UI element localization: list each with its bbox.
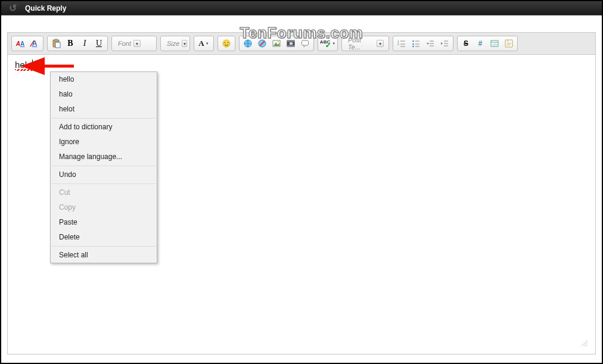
php-button[interactable] [502,38,515,49]
svg-point-3 [223,40,230,47]
italic-button[interactable]: I [78,38,91,49]
undo-item[interactable]: Undo [51,167,157,182]
svg-point-4 [225,42,226,43]
svg-rect-16 [302,41,309,45]
cut-item: Cut [51,185,157,200]
group-editor-mode: AA A⁄ [11,36,43,51]
spellcheck-context-menu: hello halo helot Add to dictionary Ignor… [50,71,157,263]
svg-point-40 [506,41,507,41]
font-dropdown[interactable]: Font ▼ [114,38,154,49]
group-fontcolor: A ▼ [194,36,214,51]
group-lists: 12 [393,36,453,51]
video-button[interactable] [284,38,297,49]
svg-rect-2 [55,42,60,48]
smiley-button[interactable] [220,38,233,49]
group-misc: S # </> [457,36,518,51]
size-dropdown[interactable]: Size ▼ [163,38,188,49]
switch-editor-button[interactable]: AA [14,38,27,49]
ignore-item[interactable]: Ignore [51,135,157,150]
template-dropdown-label: Post Te... [348,36,374,51]
typed-misspelled-word[interactable]: helo [15,60,33,70]
group-spellcheck: ABC ✔ ▼ [318,36,338,51]
svg-rect-15 [290,42,293,45]
bold-button[interactable]: B [64,38,77,49]
text-caret [32,60,33,70]
html-button[interactable]: </> [488,38,501,49]
size-dropdown-label: Size [167,40,179,47]
image-button[interactable] [270,38,283,49]
indent-button[interactable] [438,38,451,49]
template-dropdown[interactable]: Post Te... ▼ [344,38,387,49]
group-links-media [239,36,314,51]
svg-text:</>: </> [492,43,498,46]
group-template-dd: Post Te... ▼ [341,36,389,51]
svg-rect-14 [287,45,294,46]
select-all-item[interactable]: Select all [51,248,157,263]
remove-format-button[interactable]: A⁄ [28,38,41,49]
menu-separator [51,166,156,166]
resize-grip-icon[interactable] [580,338,588,347]
copy-item: Copy [51,200,157,215]
svg-point-24 [412,46,414,48]
group-font-dd: Font ▼ [111,36,157,51]
strikethrough-button[interactable]: S [459,38,473,49]
window-titlebar: ↺ Quick Reply [1,1,602,15]
svg-rect-13 [287,41,294,42]
chevron-down-icon: ▼ [377,40,384,47]
toolbar: AA A⁄ B I U Font ▼ Size ▼ [8,33,595,55]
font-dropdown-label: Font [118,40,131,47]
underline-button[interactable]: U [92,38,105,49]
paste-item[interactable]: Paste [51,215,157,230]
font-color-button[interactable]: A ▼ [196,38,212,49]
chevron-down-icon: ▼ [182,40,187,47]
svg-point-41 [508,41,508,41]
svg-line-47 [586,345,588,346]
svg-text:2: 2 [397,42,399,46]
spellcheck-button[interactable]: ABC ✔ ▼ [320,38,335,49]
unlink-button[interactable] [256,38,269,49]
svg-marker-28 [427,42,428,45]
numbered-list-button[interactable]: 12 [395,38,408,49]
manage-language-item[interactable]: Manage language... [51,150,157,164]
window-title: Quick Reply [25,4,66,13]
svg-point-22 [412,41,414,42]
group-smiley [217,36,235,51]
suggestion-item[interactable]: halo [51,87,157,102]
back-arrow-icon: ↺ [6,2,19,15]
chevron-down-icon: ▼ [206,42,209,45]
svg-marker-32 [441,42,443,45]
add-to-dictionary-item[interactable]: Add to dictionary [51,120,157,135]
link-button[interactable] [241,38,254,49]
svg-rect-39 [505,40,512,47]
spell-squiggle [15,69,34,71]
suggestion-item[interactable]: hello [51,72,157,87]
menu-separator [51,118,156,119]
chevron-down-icon: ▼ [332,42,335,45]
group-size-dd: Size ▼ [160,36,190,51]
delete-item[interactable]: Delete [51,230,157,245]
bulleted-list-button[interactable] [409,38,422,49]
svg-rect-1 [54,39,58,41]
menu-separator [51,246,156,247]
svg-point-11 [278,41,279,42]
code-button[interactable]: # [474,38,487,49]
menu-separator [51,183,156,184]
svg-point-23 [412,43,414,45]
quote-button[interactable] [299,38,312,49]
svg-point-5 [228,42,229,43]
group-basic-format: B I U [47,36,108,51]
outdent-button[interactable] [424,38,437,49]
chevron-down-icon: ▼ [133,40,141,47]
suggestion-item[interactable]: helot [51,102,157,117]
paste-button[interactable] [49,38,63,49]
